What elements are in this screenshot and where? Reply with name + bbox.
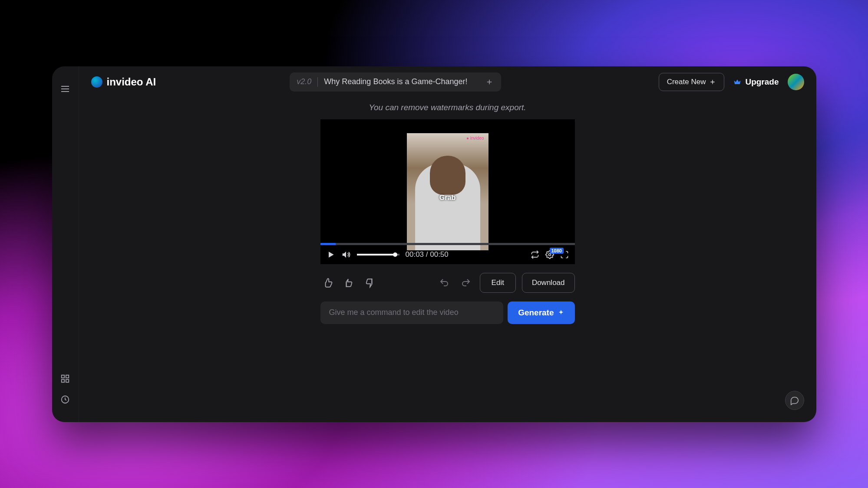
video-caption: Grab [439, 194, 455, 202]
avatar[interactable] [788, 74, 804, 90]
undo-icon [439, 278, 449, 288]
plus-icon [485, 78, 493, 86]
clock-icon [60, 395, 70, 404]
svg-rect-6 [66, 379, 69, 382]
video-content [415, 164, 480, 250]
loop-icon [531, 250, 539, 259]
content: You can remove watermarks during export.… [79, 98, 816, 422]
quality-badge: 1080 [550, 248, 564, 254]
grid-view-button[interactable] [57, 371, 73, 386]
top-right: Create New Upgrade [659, 73, 804, 91]
clap-icon [322, 277, 333, 288]
volume-icon [341, 250, 351, 259]
generate-label: Generate [518, 308, 554, 318]
redo-button[interactable] [458, 275, 474, 291]
create-new-label: Create New [667, 78, 706, 86]
loop-button[interactable] [531, 250, 539, 259]
settings-button[interactable]: 1080 [545, 250, 554, 259]
video-player[interactable]: Grab ● invideo [320, 119, 575, 264]
video-watermark: ● invideo [466, 136, 484, 141]
create-new-button[interactable]: Create New [659, 73, 725, 91]
version-label: v2.0 [297, 77, 311, 86]
clap-button[interactable] [320, 275, 335, 290]
volume-knob[interactable] [393, 252, 397, 257]
svg-point-13 [548, 253, 551, 255]
video-frame: Grab ● invideo [407, 133, 488, 250]
time-display: 00:03 / 00:50 [406, 250, 449, 259]
action-row: Edit Download [320, 273, 575, 293]
download-label: Download [532, 278, 565, 287]
play-button[interactable] [327, 250, 335, 259]
top-bar: invideo AI v2.0 Why Reading Books is a G… [79, 66, 816, 98]
play-icon [327, 250, 335, 259]
title-pill[interactable]: v2.0 Why Reading Books is a Game-Changer… [290, 72, 501, 92]
command-input[interactable] [320, 301, 504, 324]
upgrade-button[interactable]: Upgrade [733, 77, 779, 87]
thumbs-down-icon [364, 277, 375, 288]
svg-rect-3 [62, 375, 64, 377]
redo-icon [461, 278, 471, 288]
main-area: invideo AI v2.0 Why Reading Books is a G… [79, 66, 816, 422]
svg-rect-4 [66, 375, 69, 377]
svg-rect-5 [62, 379, 64, 382]
generate-button[interactable]: Generate [508, 301, 574, 324]
upgrade-label: Upgrade [745, 77, 779, 87]
crown-icon [733, 78, 742, 86]
watermark-hint: You can remove watermarks during export. [369, 103, 526, 112]
menu-icon [60, 84, 70, 94]
thumbs-up-icon [343, 277, 354, 288]
brand: invideo AI [91, 76, 156, 88]
project-title: Why Reading Books is a Game-Changer! [324, 77, 467, 86]
edit-button[interactable]: Edit [480, 273, 516, 293]
app-window: invideo AI v2.0 Why Reading Books is a G… [52, 66, 816, 422]
plus-icon [709, 79, 716, 85]
add-project-button[interactable] [485, 77, 494, 87]
hamburger-menu-button[interactable] [57, 81, 73, 97]
volume-fill [357, 254, 395, 255]
svg-marker-12 [329, 252, 334, 257]
brand-logo-icon [91, 76, 102, 88]
thumbs-up-button[interactable] [341, 275, 356, 290]
left-rail [52, 66, 79, 422]
video-controls: 00:03 / 00:50 1080 [320, 245, 575, 264]
download-button[interactable]: Download [522, 273, 575, 293]
edit-label: Edit [492, 278, 504, 287]
chat-button[interactable] [785, 391, 804, 410]
undo-button[interactable] [436, 275, 452, 291]
volume-button[interactable] [341, 250, 351, 259]
command-row: Generate [320, 301, 575, 324]
sparkle-icon [558, 309, 564, 316]
thumbs-down-button[interactable] [362, 275, 377, 290]
chat-icon [790, 396, 799, 405]
history-button[interactable] [57, 392, 73, 407]
divider [317, 77, 318, 87]
volume-slider[interactable] [357, 254, 399, 255]
grid-icon [60, 374, 70, 383]
brand-name: invideo AI [107, 76, 156, 88]
